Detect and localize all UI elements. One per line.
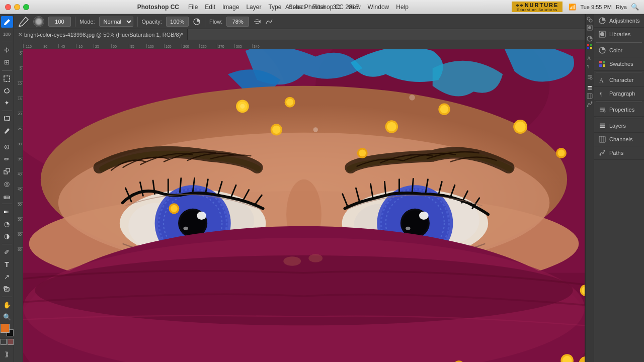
svg-text:A: A xyxy=(599,77,604,83)
panel-item-libraries[interactable]: Libraries xyxy=(594,28,644,41)
ruler-corner xyxy=(14,40,23,49)
adjustments-panel-toggle[interactable] xyxy=(586,16,593,23)
ruler-tick: 35 xyxy=(18,157,23,172)
tool-brush[interactable] xyxy=(1,16,13,28)
image-canvas[interactable] xyxy=(23,49,585,362)
svg-point-150 xyxy=(603,110,605,112)
tool-lasso[interactable] xyxy=(1,85,13,97)
doc-tab-bar: ✕ bright-color-eyes-413998.jpg @ 50% (Hu… xyxy=(14,29,585,40)
svg-point-34 xyxy=(197,212,206,220)
menu-help[interactable]: Help xyxy=(393,3,412,12)
brush-preview[interactable] xyxy=(33,16,44,27)
tool-hand[interactable]: ✋ xyxy=(1,299,13,311)
mode-select[interactable]: Normal Multiply Screen Overlay xyxy=(99,17,133,27)
tick: 130 xyxy=(146,44,164,48)
color-panel-toggle[interactable] xyxy=(586,35,593,42)
panel-item-adjustments[interactable]: Adjustments xyxy=(594,14,644,28)
flow-value[interactable]: 78% xyxy=(226,17,249,27)
minimize-button[interactable] xyxy=(14,4,20,10)
tick: -115 xyxy=(23,44,41,48)
tool-eyedropper[interactable] xyxy=(1,125,13,137)
ruler-tick: 0 xyxy=(20,51,23,66)
svg-rect-122 xyxy=(590,47,592,49)
canvas-area[interactable]: -115 -80 -45 -10 25 60 95 130 165 200 23… xyxy=(14,40,585,362)
swatches-panel-toggle[interactable] xyxy=(586,43,593,50)
ruler-tick: 55 xyxy=(18,217,23,232)
tool-history[interactable]: ◎ xyxy=(1,178,13,190)
tick: 95 xyxy=(129,44,146,48)
tool-brush-2[interactable]: ✏ xyxy=(1,153,13,165)
document-tab[interactable]: ✕ bright-color-eyes-413998.jpg @ 50% (Hu… xyxy=(14,29,188,40)
tool-size-display: 100 xyxy=(1,28,13,40)
panel-item-character[interactable]: A Character xyxy=(594,73,644,87)
menu-type[interactable]: Type xyxy=(265,3,284,12)
panel-item-layers[interactable]: Layers xyxy=(594,119,644,133)
tool-blur[interactable]: ◔ xyxy=(1,218,13,230)
svg-point-35 xyxy=(184,227,188,230)
svg-rect-121 xyxy=(587,47,589,49)
tool-path[interactable]: ↗ xyxy=(1,270,13,282)
svg-rect-151 xyxy=(600,127,605,128)
tool-magic-wand[interactable]: ✦ xyxy=(1,97,13,109)
nurture-brand: NURTURE xyxy=(525,2,559,8)
separator-2 xyxy=(2,70,12,71)
tool-clone[interactable] xyxy=(1,165,13,177)
layers-panel-toggle[interactable] xyxy=(586,84,593,92)
menu-file[interactable]: File xyxy=(185,3,201,12)
menu-image[interactable]: Image xyxy=(219,3,242,12)
libraries-panel-toggle[interactable] xyxy=(586,24,593,31)
panel-divider-4 xyxy=(596,118,642,118)
tick: -80 xyxy=(41,44,58,48)
tool-marquee-rect[interactable] xyxy=(1,73,13,84)
svg-text:¶: ¶ xyxy=(600,91,602,97)
ruler-top: -115 -80 -45 -10 25 60 95 130 165 200 23… xyxy=(23,40,585,49)
properties-panel-toggle[interactable] xyxy=(586,73,593,80)
tool-artboard[interactable]: ⊞ xyxy=(1,56,13,68)
foreground-color-swatch[interactable] xyxy=(1,324,10,333)
character-panel-toggle[interactable]: A xyxy=(586,54,593,61)
panel-item-channels[interactable]: Channels xyxy=(594,133,644,146)
tool-healing[interactable] xyxy=(1,141,13,153)
tool-text[interactable]: T xyxy=(1,258,13,270)
tool-zoom[interactable]: 🔍 xyxy=(1,311,13,323)
tool-move[interactable] xyxy=(1,44,13,56)
tool-dodge[interactable]: ◑ xyxy=(1,230,13,242)
maximize-button[interactable] xyxy=(23,4,29,10)
tool-pen[interactable]: ✐ xyxy=(1,246,13,258)
close-icon[interactable]: ✕ xyxy=(18,32,22,37)
expand-icon[interactable]: ⟫ xyxy=(1,348,13,360)
svg-point-82 xyxy=(272,126,280,134)
menu-edit[interactable]: Edit xyxy=(202,3,218,12)
paragraph-panel-toggle[interactable]: ¶ xyxy=(586,62,593,69)
panel-item-properties[interactable]: Properties xyxy=(594,103,644,117)
time-display: Tue 9:55 PM xyxy=(580,4,612,10)
standard-mode-button[interactable] xyxy=(1,339,7,345)
color-swatches[interactable] xyxy=(1,324,14,336)
menu-window[interactable]: Window xyxy=(365,3,392,12)
brush-size-value[interactable]: 100 xyxy=(48,17,71,27)
search-icon[interactable]: 🔍 xyxy=(631,3,639,11)
wifi-icon: 📶 xyxy=(569,4,576,11)
opacity-value[interactable]: 100% xyxy=(166,17,189,27)
divider-3 xyxy=(205,17,205,27)
menu-layer[interactable]: Layer xyxy=(243,3,264,12)
panel-item-paths[interactable]: Paths xyxy=(594,146,644,160)
svg-point-88 xyxy=(387,122,396,132)
svg-point-157 xyxy=(600,154,601,156)
tick: -10 xyxy=(76,44,94,48)
svg-point-115 xyxy=(589,19,592,22)
channels-panel-toggle[interactable] xyxy=(586,93,593,100)
paths-panel-toggle[interactable] xyxy=(586,101,593,108)
tool-eraser[interactable] xyxy=(1,190,13,202)
panel-item-color[interactable]: Color xyxy=(594,44,644,57)
nurture-subtitle: Education Solutions xyxy=(517,8,557,12)
tool-gradient[interactable] xyxy=(1,206,13,218)
tool-shape[interactable] xyxy=(1,283,13,295)
close-button[interactable] xyxy=(5,4,11,10)
panel-item-swatches[interactable]: Swatches xyxy=(594,57,644,71)
panel-item-paragraph[interactable]: ¶ Paragraph xyxy=(594,87,644,101)
quick-mask-button[interactable] xyxy=(8,339,14,345)
tool-crop[interactable] xyxy=(1,113,13,125)
ruler-tick: 60 xyxy=(18,232,23,247)
ruler-tick: 10 xyxy=(18,81,23,97)
